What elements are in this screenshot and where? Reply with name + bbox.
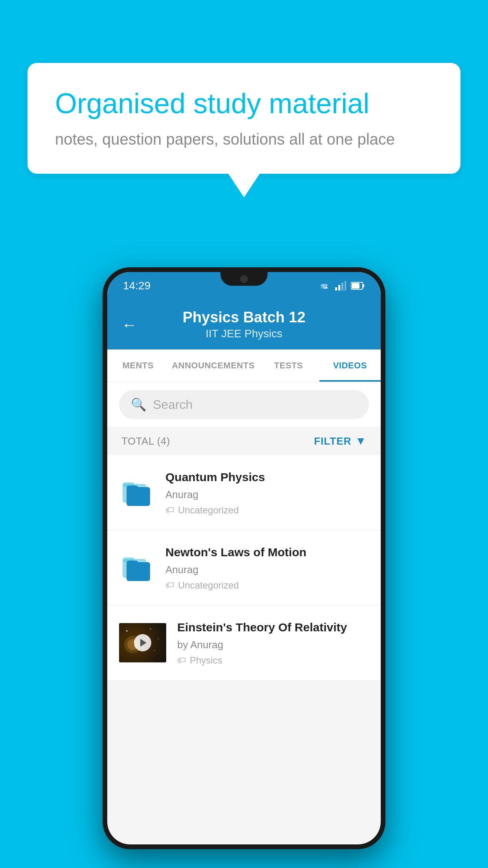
svg-rect-16 (127, 561, 138, 565)
speech-bubble-arrow (228, 174, 260, 197)
search-container: 🔍 Search (107, 382, 381, 427)
speech-bubble-title: Organised study material (55, 86, 433, 120)
tag-icon: 🏷 (165, 580, 174, 590)
svg-rect-3 (338, 285, 340, 291)
back-button[interactable]: ← (121, 316, 137, 333)
tab-videos[interactable]: VIDEOS (319, 349, 381, 382)
signal-icon (335, 281, 346, 291)
filter-row: TOTAL (4) FILTER ▼ (107, 427, 381, 455)
svg-rect-12 (127, 485, 138, 490)
speech-bubble: Organised study material notes, question… (28, 63, 460, 174)
tag-icon: 🏷 (177, 655, 186, 666)
svg-rect-4 (341, 283, 343, 291)
video-title: Einstein's Theory Of Relativity (177, 620, 369, 635)
front-camera (240, 275, 248, 283)
play-button[interactable] (134, 634, 151, 651)
search-icon: 🔍 (131, 397, 147, 412)
tag-icon: 🏷 (165, 505, 174, 515)
phone-notch (220, 272, 268, 286)
speech-bubble-subtitle: notes, question papers, solutions all at… (55, 128, 433, 150)
video-author: Anurag (165, 564, 369, 576)
search-placeholder: Search (153, 397, 193, 412)
svg-rect-8 (363, 284, 364, 287)
video-info: Newton's Laws of Motion Anurag 🏷 Uncateg… (165, 544, 369, 591)
tag-label: Uncategorized (178, 505, 239, 516)
video-author: by Anurag (177, 639, 369, 651)
video-tag: 🏷 Uncategorized (165, 505, 369, 516)
page-subtitle: IIT JEE Physics (205, 327, 283, 340)
video-list: Quantum Physics Anurag 🏷 Uncategorized (107, 455, 381, 680)
total-count: TOTAL (4) (121, 435, 170, 447)
tab-announcements[interactable]: ANNOUNCEMENTS (169, 349, 258, 382)
video-thumbnail (119, 623, 166, 662)
video-info: Quantum Physics Anurag 🏷 Uncategorized (165, 469, 369, 516)
svg-point-19 (158, 638, 159, 639)
status-icons (318, 281, 365, 291)
phone-screen: 14:29 (107, 272, 381, 844)
video-title: Newton's Laws of Motion (165, 544, 369, 560)
battery-icon (351, 281, 365, 290)
svg-point-17 (126, 630, 128, 632)
speech-bubble-container: Organised study material notes, question… (28, 63, 460, 197)
tab-tests[interactable]: TESTS (258, 349, 319, 382)
list-item[interactable]: Einstein's Theory Of Relativity by Anura… (107, 605, 381, 680)
video-tag: 🏷 Physics (177, 655, 369, 666)
svg-point-18 (150, 629, 151, 630)
tab-bar: MENTS ANNOUNCEMENTS TESTS VIDEOS (107, 349, 381, 382)
svg-point-21 (154, 650, 155, 651)
tag-label: Uncategorized (178, 580, 239, 591)
svg-rect-7 (352, 283, 360, 289)
svg-rect-5 (345, 281, 346, 291)
search-bar[interactable]: 🔍 Search (119, 390, 369, 419)
video-info: Einstein's Theory Of Relativity by Anura… (177, 620, 369, 666)
list-item[interactable]: Quantum Physics Anurag 🏷 Uncategorized (107, 455, 381, 530)
video-title: Quantum Physics (165, 469, 369, 485)
page-title: Physics Batch 12 (183, 309, 306, 326)
tab-ments[interactable]: MENTS (107, 349, 169, 382)
play-triangle-icon (140, 639, 147, 647)
svg-rect-2 (335, 287, 337, 291)
video-tag: 🏷 Uncategorized (165, 580, 369, 591)
wifi-icon (318, 281, 330, 291)
tag-label: Physics (190, 655, 222, 666)
list-item[interactable]: Newton's Laws of Motion Anurag 🏷 Uncateg… (107, 530, 381, 605)
filter-label: FILTER (314, 435, 351, 447)
folder-icon (119, 550, 154, 585)
app-header: ← Physics Batch 12 IIT JEE Physics (107, 300, 381, 349)
status-time: 14:29 (123, 280, 150, 292)
filter-button[interactable]: FILTER ▼ (314, 435, 367, 447)
phone-frame: 14:29 (103, 267, 385, 849)
filter-icon: ▼ (355, 435, 367, 447)
video-author: Anurag (165, 489, 369, 501)
folder-icon (119, 475, 154, 510)
